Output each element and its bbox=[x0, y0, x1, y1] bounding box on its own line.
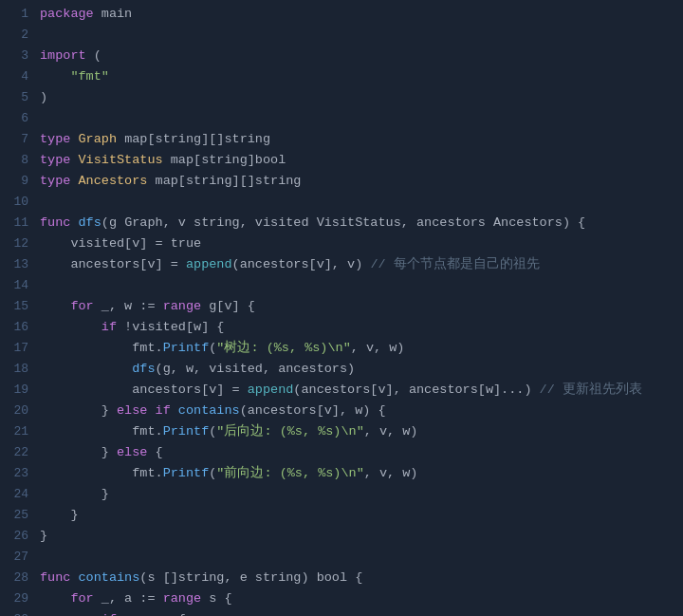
line-number: 12 bbox=[0, 233, 28, 254]
token-type: VisitStatus bbox=[79, 153, 163, 167]
line-number: 30 bbox=[0, 609, 28, 616]
line-number: 19 bbox=[0, 380, 28, 401]
line-numbers: 1234567891011121314151617181920212223242… bbox=[0, 4, 40, 616]
token-kw: type bbox=[40, 153, 70, 167]
token-plain: map[string][]string bbox=[117, 132, 270, 146]
token-plain: map[string][]string bbox=[147, 174, 301, 188]
token-plain: _, w := bbox=[94, 299, 163, 313]
code-line bbox=[40, 108, 674, 129]
token-str: "前向边: (%s, %s)\n" bbox=[216, 466, 363, 480]
code-line: type VisitStatus map[string]bool bbox=[40, 150, 674, 171]
token-plain bbox=[70, 132, 78, 146]
token-plain: ancestors[v] = bbox=[40, 257, 186, 271]
token-plain bbox=[40, 69, 70, 84]
token-plain: ) bbox=[40, 90, 47, 104]
token-plain: s { bbox=[201, 591, 231, 606]
code-line: ancestors[v] = append(ancestors[v], v) /… bbox=[40, 254, 674, 275]
line-number: 28 bbox=[0, 568, 28, 588]
code-line: } bbox=[40, 484, 674, 505]
line-number: 7 bbox=[0, 129, 28, 150]
line-number: 1 bbox=[0, 4, 28, 25]
token-plain: _, a := bbox=[94, 591, 163, 606]
line-number: 26 bbox=[0, 526, 28, 547]
code-line: import ( bbox=[40, 46, 674, 66]
token-comment: // 更新祖先列表 bbox=[540, 383, 642, 397]
token-fn: contains bbox=[79, 570, 140, 585]
line-number: 16 bbox=[0, 317, 28, 338]
token-plain bbox=[40, 362, 132, 376]
line-number: 29 bbox=[0, 588, 28, 609]
line-number: 13 bbox=[0, 254, 28, 275]
line-number: 22 bbox=[0, 442, 28, 463]
token-plain bbox=[40, 591, 70, 606]
token-fn: Printf bbox=[163, 466, 210, 480]
token-plain bbox=[70, 174, 78, 188]
token-plain: } bbox=[40, 445, 117, 459]
token-fn: Printf bbox=[163, 424, 210, 439]
token-kw: for bbox=[70, 299, 93, 313]
code-line: fmt.Printf("前向边: (%s, %s)\n", v, w) bbox=[40, 463, 674, 484]
token-fn: dfs bbox=[79, 215, 102, 230]
line-number: 23 bbox=[0, 463, 28, 484]
token-plain: , v, w) bbox=[351, 341, 405, 355]
token-kw: import bbox=[40, 48, 86, 63]
token-plain: !visited[w] { bbox=[117, 320, 224, 334]
code-line: dfs(g, w, visited, ancestors) bbox=[40, 359, 674, 380]
token-plain bbox=[70, 153, 78, 167]
line-number: 25 bbox=[0, 505, 28, 526]
token-plain: a == e { bbox=[117, 612, 186, 616]
line-number: 8 bbox=[0, 150, 28, 171]
code-line: type Graph map[string][]string bbox=[40, 129, 674, 150]
token-kw: type bbox=[40, 174, 70, 188]
token-plain: fmt. bbox=[40, 466, 163, 480]
code-line: ancestors[v] = append(ancestors[v], ance… bbox=[40, 380, 674, 401]
token-plain: (ancestors[v], v) bbox=[232, 257, 371, 271]
line-number: 14 bbox=[0, 275, 28, 296]
token-kw: if bbox=[102, 612, 117, 616]
line-number: 10 bbox=[0, 192, 28, 213]
token-plain: , v, w) bbox=[364, 466, 418, 480]
token-plain: fmt. bbox=[40, 424, 163, 439]
code-line: if !visited[w] { bbox=[40, 317, 674, 338]
token-kw: else bbox=[117, 445, 147, 459]
token-plain: } bbox=[40, 487, 109, 501]
code-content: package main import ( "fmt") type Graph … bbox=[40, 4, 683, 616]
token-plain bbox=[70, 570, 78, 585]
code-line bbox=[40, 192, 674, 213]
token-plain: fmt. bbox=[40, 341, 163, 355]
token-kw: range bbox=[163, 299, 202, 313]
token-plain: map[string]bool bbox=[163, 153, 286, 167]
line-number: 18 bbox=[0, 359, 28, 380]
code-line bbox=[40, 25, 674, 46]
token-builtin: append bbox=[186, 257, 232, 271]
token-plain: (ancestors[v], w) { bbox=[240, 403, 386, 418]
token-str: "fmt" bbox=[70, 69, 109, 84]
code-line: for _, a := range s { bbox=[40, 588, 674, 609]
token-kw: range bbox=[163, 591, 202, 606]
code-line: func contains(s []string, e string) bool… bbox=[40, 568, 674, 588]
token-plain bbox=[40, 612, 102, 616]
token-kw: for bbox=[70, 591, 93, 606]
token-plain: (s []string, e string) bool { bbox=[139, 570, 362, 585]
token-kw: func bbox=[40, 570, 70, 585]
code-line: if a == e { bbox=[40, 609, 674, 616]
code-line: fmt.Printf("后向边: (%s, %s)\n", v, w) bbox=[40, 421, 674, 442]
token-type: Ancestors bbox=[79, 174, 148, 188]
code-line: } bbox=[40, 526, 674, 547]
line-number: 3 bbox=[0, 46, 28, 66]
code-line: } bbox=[40, 505, 674, 526]
token-kw: type bbox=[40, 132, 70, 146]
code-line: func dfs(g Graph, v string, visited Visi… bbox=[40, 213, 674, 233]
line-number: 20 bbox=[0, 401, 28, 421]
token-plain: g[v] { bbox=[201, 299, 255, 313]
code-line: package main bbox=[40, 4, 674, 25]
code-line: } else { bbox=[40, 442, 674, 463]
line-number: 24 bbox=[0, 484, 28, 505]
token-plain: } bbox=[40, 403, 117, 418]
code-line: type Ancestors map[string][]string bbox=[40, 171, 674, 192]
token-fn: dfs bbox=[132, 362, 155, 376]
token-plain bbox=[70, 215, 78, 230]
token-plain bbox=[171, 403, 178, 418]
code-line: "fmt" bbox=[40, 66, 674, 87]
line-number: 27 bbox=[0, 547, 28, 568]
